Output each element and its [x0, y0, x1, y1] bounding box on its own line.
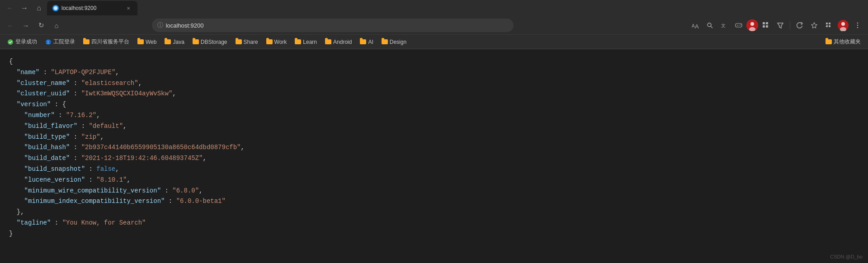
svg-point-28: [857, 25, 859, 26]
folder-icon: [193, 39, 199, 44]
more-button[interactable]: [851, 19, 864, 32]
svg-rect-16: [763, 25, 765, 28]
profile-avatar[interactable]: [746, 19, 758, 31]
json-open-brace: {: [9, 56, 859, 67]
bookmark-label: Learn: [303, 39, 317, 45]
address-bar-row: ← → ↻ ⌂ ⓘ localhost:9200 AA 文: [0, 16, 868, 34]
back-button[interactable]: ←: [4, 2, 16, 14]
nav-back-button[interactable]: ←: [4, 19, 17, 32]
bookmark-java[interactable]: Java: [161, 38, 188, 47]
svg-point-25: [841, 22, 845, 26]
svg-text:文: 文: [721, 23, 726, 28]
user-button[interactable]: [836, 19, 850, 32]
svg-point-9: [740, 25, 741, 26]
bookmark-web[interactable]: Web: [134, 38, 160, 47]
active-tab[interactable]: localhost:9200 ✕: [47, 1, 137, 15]
svg-text:工: 工: [47, 41, 50, 44]
extensions-button[interactable]: [822, 19, 835, 32]
json-build-hash: "build_hash" : "2b937c44140b6559905130a8…: [9, 142, 859, 153]
bookmark-label: Java: [173, 39, 184, 45]
bookmark-label: Work: [274, 39, 287, 45]
bookmark-android[interactable]: Android: [321, 38, 355, 47]
json-min-index: "minimum_index_compatibility_version" : …: [9, 196, 859, 207]
svg-point-29: [857, 27, 859, 28]
svg-rect-17: [766, 25, 768, 28]
svg-point-0: [54, 6, 57, 10]
bookmark-sichuan[interactable]: 四川省服务平台: [80, 37, 133, 47]
nav-reload-button[interactable]: ↻: [34, 19, 48, 32]
svg-marker-19: [811, 23, 817, 28]
json-build-type: "build_type" : "zip",: [9, 132, 859, 143]
bookmark-label: Design: [390, 39, 406, 45]
svg-rect-21: [829, 23, 830, 24]
gamepad-button[interactable]: [732, 19, 745, 32]
json-cluster-uuid: "cluster_uuid" : "IwtK3mWQSQCXIO4ayWvSkw…: [9, 89, 859, 99]
nav-home-button[interactable]: ⌂: [50, 19, 63, 32]
bookmark-portal-login[interactable]: 工 工院登录: [42, 37, 79, 47]
svg-rect-23: [829, 25, 830, 27]
home-button[interactable]: ⌂: [33, 2, 45, 14]
forward-button[interactable]: →: [18, 2, 31, 14]
filter-button[interactable]: [774, 19, 787, 32]
svg-rect-20: [826, 23, 828, 24]
folder-icon: [360, 39, 366, 44]
svg-point-10: [740, 24, 741, 25]
svg-text:A: A: [695, 23, 699, 29]
bookmark-label: 登录成功: [15, 38, 37, 46]
toolbar-icons: AA 文: [689, 19, 864, 32]
svg-point-3: [708, 23, 711, 27]
bookmark-login-success[interactable]: 登录成功: [4, 37, 41, 47]
bookmark-label: AI: [368, 39, 373, 45]
svg-point-12: [750, 22, 754, 26]
folder-icon: [826, 39, 832, 44]
json-close-brace: }: [9, 229, 859, 240]
folder-icon: [295, 39, 301, 44]
svg-rect-22: [826, 25, 828, 27]
folder-icon: [325, 39, 331, 44]
folder-icon: [266, 39, 273, 44]
font-size-button[interactable]: AA: [689, 19, 702, 32]
json-tagline: "tagline" : "You Know, for Search": [9, 218, 859, 229]
bookmarks-right: 其他收藏夹: [822, 37, 864, 47]
tab-favicon: [52, 5, 59, 11]
browser-chrome: ← → ⌂ localhost:9200 ✕ ← → ↻ ⌂ ⓘ localho…: [0, 0, 868, 49]
folder-icon: [137, 39, 144, 44]
bookmark-label: 工院登录: [53, 38, 75, 46]
tab-bar: ← → ⌂ localhost:9200 ✕: [0, 0, 868, 16]
svg-marker-18: [778, 23, 783, 28]
divider: [790, 21, 790, 30]
star-button[interactable]: [807, 19, 821, 32]
svg-line-4: [711, 26, 712, 28]
page-refresh-button[interactable]: [793, 19, 807, 32]
nav-forward-button[interactable]: →: [19, 19, 33, 32]
bookmark-label: Share: [244, 39, 258, 45]
bookmark-label: Web: [146, 39, 156, 45]
bookmark-label: Android: [333, 39, 352, 45]
watermark: CSDN @D_bo: [830, 254, 863, 259]
json-version-open: "version" : {: [9, 99, 859, 110]
address-bar[interactable]: ⓘ localhost:9200: [152, 19, 514, 32]
tab-title: localhost:9200: [61, 5, 122, 11]
folder-icon: [83, 39, 90, 44]
search-button[interactable]: [703, 19, 717, 32]
json-build-date: "build_date" : "2021-12-18T19:42:46.6048…: [9, 153, 859, 164]
portal-favicon: 工: [45, 39, 52, 45]
svg-rect-15: [766, 22, 768, 24]
tab-close-button[interactable]: ✕: [125, 5, 132, 12]
bookmark-learn[interactable]: Learn: [291, 38, 321, 47]
bookmark-work[interactable]: Work: [263, 38, 291, 47]
bookmark-label: DBStorage: [201, 39, 227, 45]
check-icon: [7, 39, 14, 45]
bookmarks-bar: 登录成功 工 工院登录 四川省服务平台 Web Java DBStorage S…: [0, 34, 868, 49]
grid-button[interactable]: [759, 19, 773, 32]
address-info-icon[interactable]: ⓘ: [157, 21, 163, 29]
bookmark-dbstorage[interactable]: DBStorage: [189, 38, 231, 47]
bookmark-ai[interactable]: AI: [356, 38, 377, 47]
svg-rect-14: [763, 22, 765, 24]
bookmark-design[interactable]: Design: [378, 38, 410, 47]
bookmark-share[interactable]: Share: [232, 38, 262, 47]
translation-button[interactable]: 文: [717, 19, 731, 32]
json-version-close: },: [9, 207, 859, 218]
bookmark-other[interactable]: 其他收藏夹: [822, 37, 864, 47]
json-name: "name" : "LAPTOP-QP2FJUPE",: [9, 67, 859, 78]
